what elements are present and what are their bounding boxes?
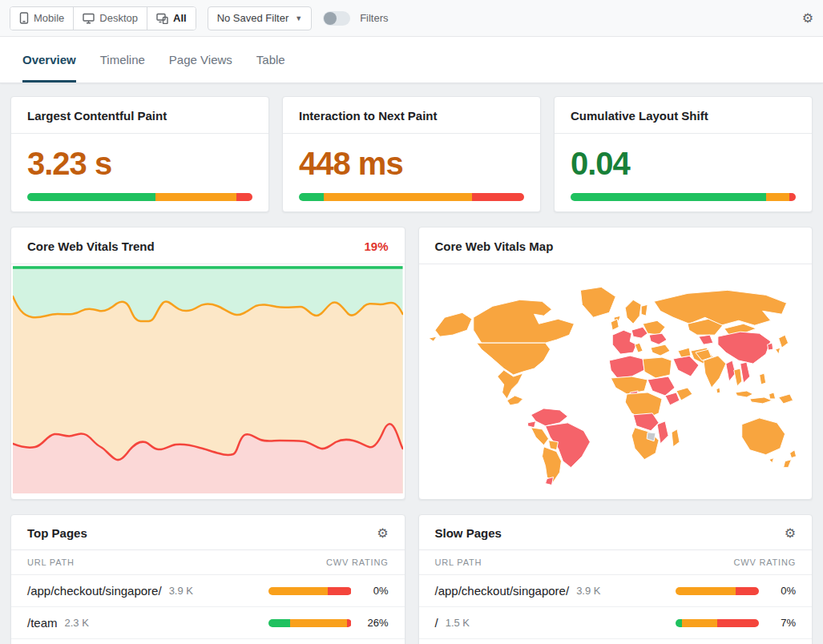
bar-segment-poor: [717, 619, 759, 627]
bar-segment-good: [268, 619, 290, 627]
pageview-count: 1.5 K: [446, 617, 470, 629]
tab-overview[interactable]: Overview: [22, 37, 76, 83]
cwv-trend-card: Core Web Vitals Trend 19%: [10, 227, 405, 500]
chart-row: Core Web Vitals Trend 19% Core Web Vital…: [10, 227, 813, 500]
trend-card-title: Core Web Vitals Trend: [27, 239, 155, 253]
inp-card: Interaction to Next Paint 448 ms: [282, 96, 541, 212]
tab-label: Timeline: [100, 53, 145, 66]
device-button-label: All: [173, 12, 187, 24]
cwv-rating-bar: [268, 587, 352, 595]
bar-segment-ni: [766, 193, 789, 201]
device-button-label: Mobile: [34, 12, 64, 24]
col-cwv-rating: CWV RATING: [326, 557, 388, 567]
device-button-desktop[interactable]: Desktop: [74, 7, 147, 30]
map-card-title: Core Web Vitals Map: [435, 239, 554, 253]
slow-pages-card: Slow Pages ⚙ URL PATH CWV RATING /app/ch…: [418, 514, 813, 644]
bar-segment-ni: [324, 193, 472, 201]
bar-segment-poor: [236, 193, 252, 201]
cwv-rating-bar: [268, 619, 352, 627]
metric-card-row: Largest Contentful Paint 3.23 s Interact…: [10, 96, 813, 212]
saved-filter-dropdown[interactable]: No Saved Filter ▼: [208, 6, 313, 30]
inp-rating-bar: [299, 193, 524, 201]
device-filter-group: Mobile Desktop All: [10, 6, 196, 30]
good-percent: 0%: [765, 585, 796, 597]
tab-table[interactable]: Table: [256, 37, 285, 83]
trend-area-chart: [13, 266, 403, 493]
table-row[interactable]: /app/checkout/singapore/ 3.9 K 0%: [11, 575, 405, 607]
pageview-count: 3.9 K: [576, 585, 600, 597]
tab-label: Overview: [22, 53, 76, 66]
trend-percent-badge: 19%: [364, 239, 388, 253]
table-row[interactable]: /app/checkout/singapore/ 3.9 K 0%: [419, 575, 813, 607]
phone-icon: [19, 12, 29, 24]
bar-segment-poor: [736, 587, 759, 595]
bar-segment-poor: [347, 619, 351, 627]
pageview-count: 2.3 K: [65, 617, 89, 629]
bar-segment-poor: [472, 193, 524, 201]
url-path[interactable]: /app/checkout/singapore/: [435, 584, 570, 598]
filter-toolbar: Mobile Desktop All No Saved Filter ▼ Fil…: [0, 0, 823, 37]
device-button-mobile[interactable]: Mobile: [10, 7, 74, 30]
col-cwv-rating: CWV RATING: [734, 557, 796, 567]
lcp-rating-bar: [27, 193, 252, 201]
url-path[interactable]: /team: [27, 616, 58, 630]
url-path[interactable]: /app/checkout/singapore/: [27, 584, 162, 598]
lcp-card-title: Largest Contentful Paint: [27, 109, 167, 123]
pageview-count: 3.9 K: [169, 585, 193, 597]
bar-segment-poor: [789, 193, 796, 201]
col-url-path: URL PATH: [27, 557, 75, 567]
tab-label: Table: [256, 53, 285, 66]
settings-gear-icon[interactable]: ⚙: [802, 12, 813, 25]
top-pages-gear-icon[interactable]: ⚙: [377, 527, 388, 540]
view-tabs: Overview Timeline Page Views Table: [0, 37, 823, 83]
slow-pages-title: Slow Pages: [435, 526, 502, 540]
cls-value: 0.04: [571, 146, 796, 181]
bar-segment-ni: [268, 587, 329, 595]
bar-segment-good: [676, 619, 682, 627]
bar-segment-good: [27, 193, 155, 201]
world-map: [419, 264, 813, 495]
col-url-path: URL PATH: [435, 557, 482, 567]
chevron-down-icon: ▼: [295, 14, 302, 22]
toggle-knob: [324, 12, 337, 25]
tab-page-views[interactable]: Page Views: [169, 37, 232, 83]
good-percent: 7%: [765, 617, 796, 629]
devices-icon: [156, 13, 168, 24]
bar-segment-ni: [682, 619, 717, 627]
cwv-rating-bar: [676, 587, 759, 595]
cls-card: Cumulative Layout Shift 0.04: [554, 96, 813, 212]
device-button-all[interactable]: All: [147, 7, 196, 30]
device-button-label: Desktop: [99, 12, 138, 24]
table-row-section: Top Pages ⚙ URL PATH CWV RATING /app/che…: [10, 514, 813, 644]
filters-toggle-wrap: Filters: [323, 11, 388, 26]
tab-timeline[interactable]: Timeline: [100, 37, 145, 83]
world-map-svg: [424, 268, 808, 492]
lcp-value: 3.23 s: [27, 146, 252, 181]
tab-label: Page Views: [169, 53, 232, 66]
slow-pages-gear-icon[interactable]: ⚙: [785, 527, 796, 540]
top-pages-card: Top Pages ⚙ URL PATH CWV RATING /app/che…: [10, 514, 405, 644]
trend-chart: [11, 264, 405, 495]
monitor-icon: [83, 13, 95, 24]
url-path[interactable]: /: [435, 616, 438, 630]
top-pages-title: Top Pages: [27, 526, 87, 540]
filters-toggle-label: Filters: [360, 12, 388, 24]
good-percent: 26%: [358, 617, 389, 629]
cwv-map-card: Core Web Vitals Map: [418, 227, 813, 500]
filters-toggle[interactable]: [323, 11, 350, 26]
dashboard-main: Largest Contentful Paint 3.23 s Interact…: [0, 83, 823, 644]
table-row[interactable]: /team 2.3 K 26%: [11, 607, 405, 639]
bar-segment-ni: [290, 619, 348, 627]
saved-filter-label: No Saved Filter: [217, 12, 289, 24]
bar-segment-ni: [676, 587, 736, 595]
cls-rating-bar: [571, 193, 796, 201]
table-row[interactable]: / 1.5 K 7%: [419, 607, 813, 639]
bar-segment-good: [571, 193, 766, 201]
bar-segment-ni: [155, 193, 236, 201]
bar-segment-poor: [328, 587, 351, 595]
inp-card-title: Interaction to Next Paint: [299, 109, 438, 123]
cwv-rating-bar: [676, 619, 759, 627]
bar-segment-good: [299, 193, 324, 201]
lcp-card: Largest Contentful Paint 3.23 s: [10, 96, 269, 212]
cls-card-title: Cumulative Layout Shift: [571, 109, 708, 123]
